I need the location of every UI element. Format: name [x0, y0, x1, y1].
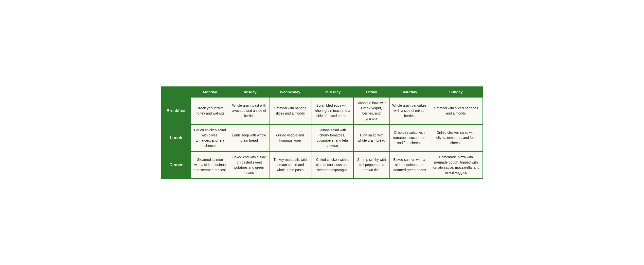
meal-label-breakfast: Breakfast: [161, 97, 191, 124]
meal-cell-lunch-sunday: Grilled chicken salad with olives, tomat…: [429, 124, 483, 151]
meal-cell-lunch-wednesday: Grilled veggie and hummus wrap: [269, 124, 311, 151]
meal-cell-breakfast-thursday: Scrambled eggs with whole grain toast an…: [311, 97, 354, 124]
meal-cell-dinner-wednesday: Turkey meatballs with tomato sauce and w…: [269, 151, 311, 179]
meal-label-lunch: Lunch: [161, 124, 191, 151]
meal-cell-dinner-saturday: Baked salmon with a side of quinoa and s…: [389, 151, 429, 179]
meal-row-lunch: LunchGrilled chicken salad with olives, …: [161, 124, 483, 151]
meal-cell-lunch-friday: Tuna salad with whole grain bread: [354, 124, 389, 151]
day-header-saturday: Saturday: [389, 87, 429, 97]
meal-cell-breakfast-tuesday: Whole grain toast with avocado and a sid…: [229, 97, 269, 124]
meal-plan-table: MondayTuesdayWednesdayThursdayFridaySatu…: [161, 86, 483, 179]
empty-header-cell: [161, 87, 191, 97]
meal-row-dinner: DinnerSteamed salmon with a side of quin…: [161, 151, 483, 179]
meal-cell-lunch-monday: Grilled chicken salad with olives, tomat…: [191, 124, 229, 151]
meal-cell-lunch-saturday: Chickpea salad with tomatoes, cucumber, …: [389, 124, 429, 151]
meal-cell-dinner-tuesday: Baked cod with a side of roasted sweet p…: [229, 151, 269, 179]
meal-cell-breakfast-sunday: Oatmeal with sliced bananas and almonds: [429, 97, 483, 124]
meal-cell-breakfast-saturday: Whole grain pancakes with a side of mixe…: [389, 97, 429, 124]
day-header-tuesday: Tuesday: [229, 87, 269, 97]
meal-cell-dinner-friday: Shrimp stir-fry with bell peppers and br…: [354, 151, 389, 179]
day-header-friday: Friday: [354, 87, 389, 97]
day-header-wednesday: Wednesday: [269, 87, 311, 97]
meal-cell-breakfast-friday: Smoothie bowl with Greek yogurt, berries…: [354, 97, 389, 124]
meal-row-breakfast: BreakfastGreek yogurt with honey and wal…: [161, 97, 483, 124]
meal-cell-breakfast-monday: Greek yogurt with honey and walnuts: [191, 97, 229, 124]
meal-cell-lunch-thursday: Quinoa salad with cherry tomatoes, cucum…: [311, 124, 354, 151]
meal-cell-dinner-thursday: Grilled chicken with a side of couscous …: [311, 151, 354, 179]
day-header-thursday: Thursday: [311, 87, 354, 97]
meal-cell-breakfast-wednesday: Oatmeal with banana slices and almonds: [269, 97, 311, 124]
day-header-monday: Monday: [191, 87, 229, 97]
meal-cell-dinner-monday: Steamed salmon with a side of quinoa and…: [191, 151, 229, 179]
meal-label-dinner: Dinner: [161, 151, 191, 179]
meal-cell-dinner-sunday: Homemade pizza with premade dough, toppe…: [429, 151, 483, 179]
meal-cell-lunch-tuesday: Lentil soup with whole grain bread: [229, 124, 269, 151]
day-header-sunday: Sunday: [429, 87, 483, 97]
